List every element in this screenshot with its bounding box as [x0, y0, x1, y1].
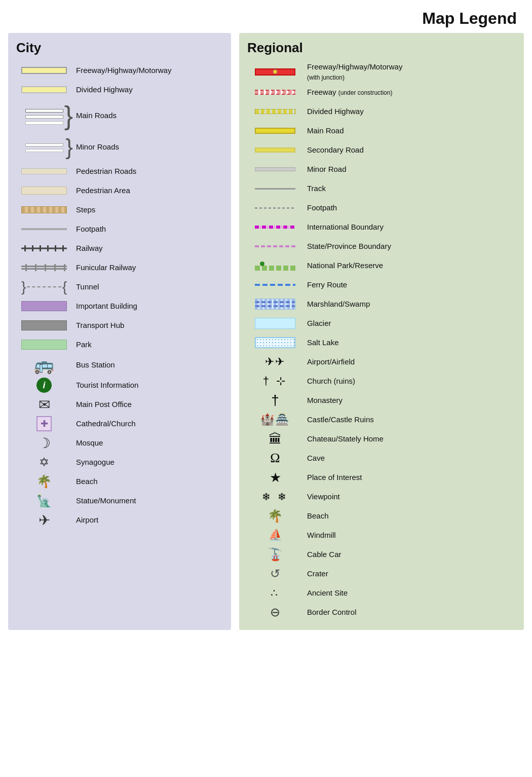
reg-minor-icon	[247, 167, 303, 171]
steps-icon	[16, 206, 72, 213]
reg-beach-icon: 🌴	[247, 509, 303, 523]
glacier-icon	[247, 318, 303, 329]
list-item: Salt Lake	[247, 334, 516, 351]
castle-icon: 🏰🏯	[247, 413, 303, 426]
reg-secondary-label: Secondary Road	[303, 145, 364, 155]
church-ruins-icon: † ⊹	[247, 375, 303, 388]
list-item: Pedestrian Area	[16, 182, 223, 199]
list-item: Secondary Road	[247, 141, 516, 159]
freeway-label: Freeway/Highway/Motorway	[72, 65, 171, 76]
marshland-label: Marshland/Swamp	[303, 299, 370, 309]
windmill-icon: ⛵	[247, 529, 303, 542]
bus-station-label: Bus Station	[72, 360, 115, 370]
important-building-label: Important Building	[72, 301, 137, 311]
list-item: 🏛 Chateau/Stately Home	[247, 430, 516, 448]
list-item: Funicular Railway	[16, 259, 223, 276]
viewpoint-icon: ❄ ❄	[247, 491, 303, 503]
divided-hwy-label: Divided Highway	[72, 85, 133, 95]
cathedral-icon: ✚	[16, 416, 72, 431]
list-item: 🚌 Bus Station	[16, 355, 223, 375]
airport-icon: ✈	[16, 512, 72, 529]
reg-freeway-const-label: Freeway (under construction)	[303, 87, 392, 97]
list-item: } Main Roads	[16, 100, 223, 131]
national-park-icon	[247, 261, 303, 271]
transport-hub-icon	[16, 320, 72, 330]
list-item: State/Province Boundary	[247, 238, 516, 255]
pedestrian-roads-icon	[16, 168, 72, 174]
list-item: Ω Cave	[247, 450, 516, 467]
list-item: Track	[247, 180, 516, 197]
national-park-label: National Park/Reserve	[303, 261, 383, 271]
list-item: Transport Hub	[16, 317, 223, 334]
intl-boundary-label: International Boundary	[303, 222, 384, 232]
mosque-label: Mosque	[72, 438, 103, 448]
salt-lake-icon	[247, 337, 303, 348]
list-item: ✡ Synagogue	[16, 454, 223, 471]
synagogue-label: Synagogue	[72, 457, 115, 467]
page-title: Map Legend	[0, 0, 532, 33]
border-control-icon: ⊖	[247, 605, 303, 619]
park-label: Park	[72, 340, 92, 350]
airport-airfield-label: Airport/Airfield	[303, 357, 355, 367]
crater-label: Crater	[303, 569, 328, 579]
beach-label: Beach	[72, 476, 98, 487]
list-item: Park	[16, 336, 223, 353]
cave-label: Cave	[303, 453, 325, 463]
ferry-route-label: Ferry Route	[303, 280, 347, 290]
main-post-label: Main Post Office	[72, 399, 132, 410]
ancient-site-label: Ancient Site	[303, 588, 348, 598]
list-item: Pedestrian Roads	[16, 163, 223, 180]
tourist-info-label: Tourist Information	[72, 380, 138, 390]
state-boundary-icon	[247, 245, 303, 247]
list-item: ↺ Crater	[247, 565, 516, 582]
footpath-icon	[16, 226, 72, 233]
statue-icon: 🗽	[16, 494, 72, 508]
place-interest-icon: ★	[247, 470, 303, 486]
list-item: i Tourist Information	[16, 377, 223, 394]
viewpoint-label: Viewpoint	[303, 492, 340, 502]
monastery-label: Monastery	[303, 395, 343, 405]
important-building-icon	[16, 301, 72, 311]
minor-roads-label: Minor Roads	[72, 142, 119, 152]
list-item: ✉ Main Post Office	[16, 396, 223, 413]
bus-station-icon: 🚌	[16, 355, 72, 375]
reg-freeway-label: Freeway/Highway/Motorway(with junction)	[303, 62, 402, 82]
airport-label: Airport	[72, 515, 98, 525]
list-item: ✈ Airport	[16, 511, 223, 529]
freeway-icon	[16, 67, 72, 74]
list-item: 🚡 Cable Car	[247, 546, 516, 563]
mosque-icon: ☽	[16, 435, 72, 452]
main-roads-label: Main Roads	[72, 110, 117, 121]
minor-roads-icon: }	[16, 141, 72, 152]
list-item: National Park/Reserve	[247, 257, 516, 274]
list-item: Important Building	[16, 298, 223, 315]
pedestrian-roads-label: Pedestrian Roads	[72, 166, 136, 176]
steps-label: Steps	[72, 205, 95, 215]
list-item: Main Road	[247, 122, 516, 139]
monastery-icon: †	[247, 392, 303, 409]
funicular-icon	[16, 264, 72, 271]
list-item: ⊖ Border Control	[247, 604, 516, 621]
park-icon	[16, 340, 72, 350]
tunnel-label: Tunnel	[72, 282, 99, 292]
reg-beach-label: Beach	[303, 511, 329, 521]
reg-footpath-label: Footpath	[303, 203, 337, 213]
tourist-info-icon: i	[16, 378, 72, 393]
salt-lake-label: Salt Lake	[303, 338, 339, 348]
reg-freeway-const-icon	[247, 90, 303, 95]
list-item: ★ Place of Interest	[247, 469, 516, 486]
list-item: } Minor Roads	[16, 133, 223, 161]
list-item: Ferry Route	[247, 276, 516, 293]
tunnel-icon: } }	[16, 280, 72, 294]
main-post-icon: ✉	[16, 396, 72, 413]
list-item: ❄ ❄ Viewpoint	[247, 488, 516, 505]
pedestrian-area-icon	[16, 187, 72, 195]
cave-icon: Ω	[247, 451, 303, 466]
list-item: 🏰🏯 Castle/Castle Ruins	[247, 411, 516, 428]
list-item: Divided Highway	[16, 81, 223, 98]
intl-boundary-icon	[247, 226, 303, 229]
city-title: City	[16, 40, 223, 56]
cable-car-icon: 🚡	[247, 547, 303, 562]
regional-panel: Regional Freeway/Highway/Motorway(with j…	[239, 33, 524, 630]
chateau-icon: 🏛	[247, 431, 303, 447]
